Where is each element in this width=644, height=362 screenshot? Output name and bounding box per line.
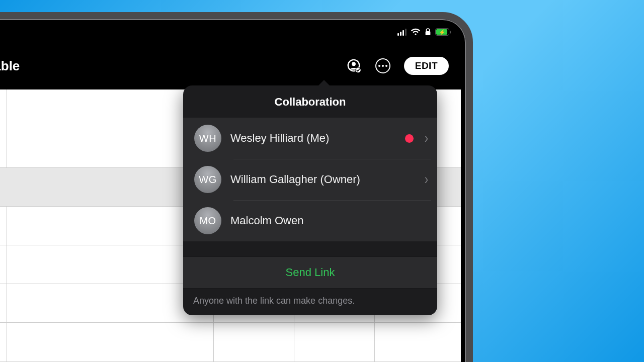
svg-rect-0	[425, 31, 430, 35]
collaborator-row[interactable]: WH Wesley Hilliard (Me) ›	[183, 118, 437, 159]
cellular-signal-icon	[397, 29, 407, 36]
status-bar: ⚡	[397, 28, 451, 36]
collaborator-name: Wesley Hilliard (Me)	[230, 132, 396, 145]
device-screen: ⚡ r Table ED	[0, 24, 461, 362]
avatar: MO	[194, 207, 221, 234]
chevron-right-icon: ›	[425, 171, 428, 188]
collaboration-icon	[346, 58, 361, 73]
popover-title: Collaboration	[183, 85, 437, 118]
document-title: r Table	[0, 58, 20, 74]
collaborator-row[interactable]: WG William Gallagher (Owner) ›	[183, 159, 437, 200]
popover-caption: Anyone with the link can make changes.	[183, 289, 437, 315]
avatar: WG	[194, 166, 221, 193]
charging-bolt-icon: ⚡	[439, 29, 446, 35]
toolbar: r Table EDIT	[0, 50, 461, 81]
send-link-button[interactable]: Send Link	[183, 256, 437, 289]
collaborator-list: WH Wesley Hilliard (Me) › WG William Gal…	[183, 118, 437, 241]
chevron-right-icon: ›	[425, 130, 428, 147]
collaboration-popover: Collaboration WH Wesley Hilliard (Me) › …	[183, 85, 437, 315]
wifi-icon	[411, 28, 421, 36]
collaboration-button[interactable]	[346, 58, 362, 74]
collaborator-name: Malcolm Owen	[230, 214, 428, 227]
device-frame: ⚡ r Table ED	[0, 12, 473, 362]
orientation-lock-icon	[425, 28, 431, 36]
avatar: WH	[194, 125, 221, 152]
ellipsis-icon	[375, 58, 390, 73]
collaborator-row[interactable]: MO Malcolm Owen	[183, 200, 437, 241]
presence-dot-icon	[405, 134, 414, 143]
collaborator-name: William Gallagher (Owner)	[230, 173, 416, 186]
svg-point-2	[352, 62, 356, 66]
battery-icon: ⚡	[435, 28, 451, 36]
more-button[interactable]	[375, 58, 391, 74]
edit-button[interactable]: EDIT	[404, 57, 449, 75]
